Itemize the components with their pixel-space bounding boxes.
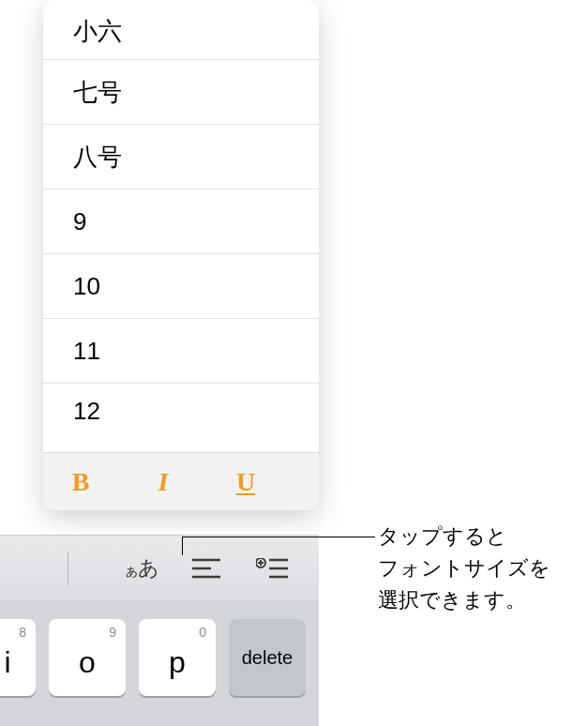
- size-option[interactable]: 12: [43, 384, 319, 432]
- key-hint: 8: [19, 625, 26, 640]
- key-hint: 0: [199, 625, 206, 640]
- key-p[interactable]: 0 p: [139, 619, 216, 696]
- size-option[interactable]: 七号: [43, 60, 319, 125]
- callout-line: 選択できます。: [378, 584, 575, 616]
- size-option[interactable]: 10: [43, 254, 319, 319]
- size-option[interactable]: 小六: [43, 4, 319, 60]
- key-main: i: [4, 645, 10, 680]
- size-list: 小六 七号 八号 9 10 11 12: [43, 0, 319, 452]
- size-option-label: 11: [73, 337, 100, 366]
- italic-button[interactable]: I: [148, 467, 178, 497]
- size-option[interactable]: 11: [43, 319, 319, 384]
- aa-icon: ぁあ: [124, 554, 158, 582]
- size-option-label: 七号: [73, 76, 122, 109]
- key-main: p: [169, 645, 186, 680]
- size-option-label: 10: [73, 272, 100, 301]
- format-bar: B I U: [43, 452, 319, 510]
- align-icon: [192, 558, 220, 579]
- key-i[interactable]: 8 i: [0, 619, 36, 696]
- keyboard-row: 8 i 9 o 0 p delete: [0, 600, 319, 726]
- popup-tail: [212, 508, 238, 510]
- keyboard-shortcut-bar: ぁあ: [0, 535, 319, 600]
- list-shortcut-button[interactable]: [250, 547, 294, 590]
- size-option-label: 小六: [73, 15, 122, 48]
- insert-list-icon: [256, 558, 288, 579]
- size-option[interactable]: 9: [43, 189, 319, 254]
- key-main: o: [79, 645, 96, 680]
- underline-button[interactable]: U: [231, 467, 261, 497]
- callout-text: タップすると フォントサイズを 選択できます。: [378, 521, 575, 616]
- align-shortcut-button[interactable]: [185, 547, 228, 590]
- key-hint: 9: [109, 625, 116, 640]
- divider: [68, 552, 68, 585]
- size-option-label: 八号: [73, 141, 122, 174]
- key-main: delete: [242, 647, 294, 669]
- callout-line: フォントサイズを: [378, 552, 575, 584]
- font-size-shortcut-button[interactable]: ぁあ: [119, 547, 162, 590]
- bold-button[interactable]: B: [66, 467, 96, 497]
- size-option-label: 9: [73, 207, 86, 236]
- callout-line: タップすると: [378, 521, 575, 552]
- size-option-label: 12: [73, 397, 100, 426]
- key-delete[interactable]: delete: [229, 619, 306, 696]
- key-o[interactable]: 9 o: [49, 619, 126, 696]
- font-size-popup: 小六 七号 八号 9 10 11 12 B I U: [43, 0, 319, 510]
- size-option[interactable]: 八号: [43, 125, 319, 189]
